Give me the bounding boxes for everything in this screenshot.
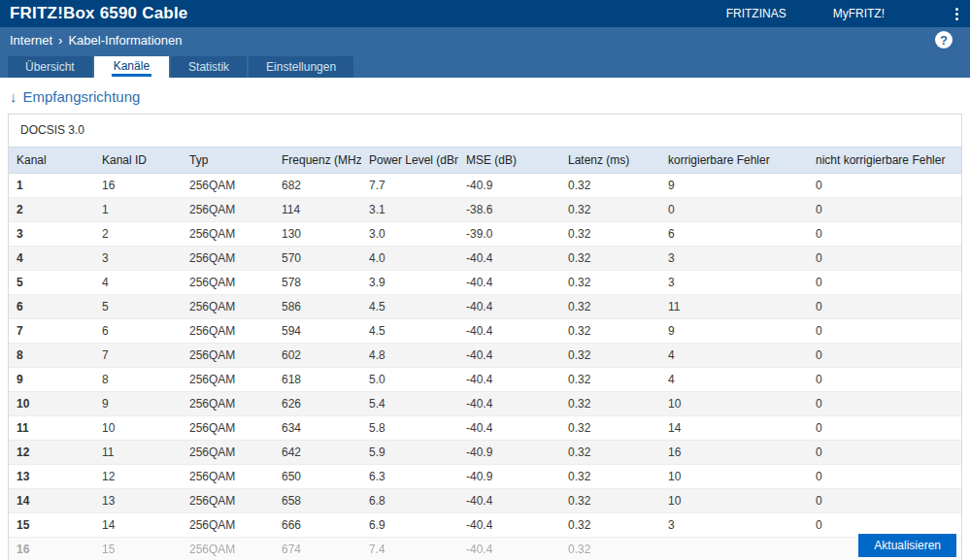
table-cell: 11 (660, 295, 808, 319)
table-cell: 13 (94, 489, 182, 513)
column-header: korrigierbare Fehler (660, 148, 808, 174)
table-cell: 9 (660, 174, 808, 198)
tab-kanaele[interactable]: Kanäle (94, 56, 169, 78)
table-cell: 16 (9, 538, 94, 560)
table-row: 65256QAM5864.5-40.40.32110 (9, 295, 961, 319)
breadcrumb-separator-icon: › (58, 33, 62, 48)
table-cell: 3 (9, 222, 94, 247)
table-cell: 5.0 (361, 368, 458, 392)
table-cell: 0 (660, 198, 808, 222)
table-cell: 6 (660, 222, 808, 247)
tab-statistik[interactable]: Statistik (171, 56, 247, 78)
table-cell: 570 (274, 247, 361, 271)
table-row: 32256QAM1303.0-39.00.3260 (9, 222, 961, 247)
table-cell (660, 538, 808, 560)
table-cell: 11 (94, 441, 182, 465)
table-cell: 4.5 (361, 319, 458, 344)
table-cell: 5.8 (361, 416, 458, 441)
table-cell: 256QAM (182, 174, 274, 198)
column-header: Kanal ID (94, 148, 182, 174)
table-cell: 4 (9, 247, 94, 271)
tab-label: Übersicht (25, 60, 75, 74)
table-cell: 5 (94, 295, 182, 319)
table-cell: 2 (9, 198, 94, 222)
app-title: FRITZ!Box 6590 Cable (10, 4, 188, 23)
column-header: Power Level (dBmV) (361, 148, 458, 174)
table-cell: 4.8 (361, 344, 458, 368)
table-cell: 0.32 (560, 247, 660, 271)
table-row: 21256QAM1143.1-38.60.3200 (9, 198, 961, 222)
table-row: 87256QAM6024.8-40.40.3240 (9, 344, 961, 368)
refresh-button[interactable]: Aktualisieren (858, 534, 956, 557)
breadcrumb: Internet › Kabel-Informationen (10, 33, 183, 48)
table-cell: 256QAM (182, 271, 274, 295)
table-cell: 8 (9, 344, 94, 368)
breadcrumb-internet[interactable]: Internet (10, 33, 52, 48)
table-cell: 6.9 (361, 513, 458, 538)
table-cell: 1 (94, 198, 182, 222)
table-cell: 256QAM (182, 368, 274, 392)
table-cell: 578 (274, 271, 361, 295)
table-cell: 3.9 (361, 271, 458, 295)
column-header: nicht korrigierbare Fehler (808, 148, 961, 174)
table-row: 1514256QAM6666.9-40.40.3230 (9, 513, 961, 538)
table-cell: -40.4 (458, 392, 560, 416)
table-cell: -40.4 (458, 271, 560, 295)
table-cell: -40.4 (458, 416, 560, 441)
docsis-panel: DOCSIS 3.0 KanalKanal IDTypFrequenz (MHz… (8, 114, 962, 560)
table-cell: 4 (660, 368, 808, 392)
table-cell: 6.8 (361, 489, 458, 513)
table-row: 76256QAM5944.5-40.40.3290 (9, 319, 961, 344)
top-link-myfritz[interactable]: MyFRITZ! (833, 7, 885, 20)
table-cell: 256QAM (182, 489, 274, 513)
table-row: 1413256QAM6586.8-40.40.32100 (9, 489, 961, 513)
table-cell: 256QAM (182, 344, 274, 368)
table-row: 109256QAM6265.4-40.40.32100 (9, 392, 961, 416)
table-cell: 0 (808, 247, 961, 271)
help-icon[interactable]: ? (935, 31, 953, 49)
table-cell: 4 (660, 344, 808, 368)
table-cell: -40.9 (458, 465, 560, 489)
tab-einstellungen[interactable]: Einstellungen (249, 56, 353, 78)
table-cell: 2 (94, 222, 182, 247)
table-cell: 0.32 (560, 465, 660, 489)
kebab-menu-icon[interactable] (949, 4, 964, 23)
table-cell: 256QAM (182, 538, 274, 560)
table-cell: 666 (274, 513, 361, 538)
table-cell: 658 (274, 489, 361, 513)
column-header: Kanal (9, 148, 94, 174)
table-cell: -40.4 (458, 538, 560, 560)
table-cell: 14 (9, 489, 94, 513)
table-cell: 618 (274, 368, 361, 392)
table-cell: 13 (9, 465, 94, 489)
table-cell: 0 (808, 222, 961, 247)
tab-label: Kanäle (112, 57, 151, 77)
table-cell: 0 (808, 441, 961, 465)
table-row: 43256QAM5704.0-40.40.3230 (9, 247, 961, 271)
table-cell: 256QAM (182, 416, 274, 441)
table-cell: 626 (274, 392, 361, 416)
table-cell: 0 (808, 271, 961, 295)
table-cell: 256QAM (182, 392, 274, 416)
table-cell: 650 (274, 465, 361, 489)
table-cell: 0 (808, 392, 961, 416)
table-cell: 0 (808, 465, 961, 489)
top-link-fritznas[interactable]: FRITZINAS (726, 7, 786, 20)
table-cell: 10 (660, 392, 808, 416)
table-cell: 674 (274, 538, 361, 560)
table-cell: 0.32 (560, 441, 660, 465)
table-cell: 0 (808, 416, 961, 441)
table-cell: 114 (274, 198, 361, 222)
section-heading-empfangsrichtung[interactable]: ↓ Empfangsrichtung (0, 78, 970, 114)
table-cell: 0 (808, 319, 961, 344)
table-cell: 0.32 (560, 198, 660, 222)
collapse-arrow-icon: ↓ (10, 88, 17, 105)
tab-uebersicht[interactable]: Übersicht (8, 56, 92, 78)
table-row: 54256QAM5783.9-40.40.3230 (9, 271, 961, 295)
table-cell: 1 (9, 174, 94, 198)
table-cell: 0.32 (560, 489, 660, 513)
table-cell: -40.4 (458, 368, 560, 392)
table-cell: 0.32 (560, 538, 660, 560)
table-row: 1110256QAM6345.8-40.40.32140 (9, 416, 961, 441)
tab-label: Statistik (188, 60, 229, 74)
